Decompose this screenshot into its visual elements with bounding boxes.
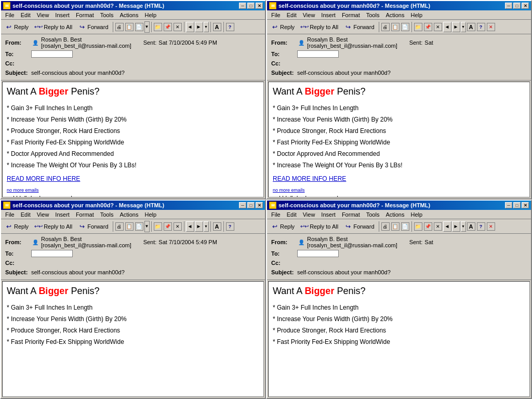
no-more-1[interactable]: no more emails bbox=[7, 188, 259, 193]
nav-dropdown-2[interactable]: ▼ bbox=[461, 22, 466, 32]
close-x-2[interactable]: ✕ bbox=[487, 23, 495, 31]
menu-tools-4[interactable]: Tools bbox=[363, 211, 383, 218]
prev-btn-2[interactable]: ◄ bbox=[443, 22, 451, 32]
menu-tools-1[interactable]: Tools bbox=[97, 11, 117, 19]
font-btn-1[interactable]: A bbox=[213, 23, 221, 31]
menu-actions-1[interactable]: Actions bbox=[116, 11, 141, 19]
prev-btn-3[interactable]: ◄ bbox=[186, 221, 194, 232]
menu-view-1[interactable]: View bbox=[34, 11, 52, 19]
delete-btn-2[interactable]: ✕ bbox=[434, 23, 442, 31]
menu-help-4[interactable]: Help bbox=[407, 211, 425, 218]
print-btn-1[interactable]: 🖨 bbox=[115, 23, 124, 31]
delete-btn-3[interactable]: ✕ bbox=[174, 222, 182, 231]
print-btn-4[interactable]: 🖨 bbox=[381, 222, 390, 231]
menu-view-2[interactable]: View bbox=[300, 11, 318, 19]
reply-all-button-3[interactable]: Reply to All bbox=[32, 221, 75, 232]
reply-button-3[interactable]: Reply bbox=[2, 221, 31, 232]
menu-edit-4[interactable]: Edit bbox=[284, 211, 300, 218]
menu-insert-1[interactable]: Insert bbox=[52, 11, 73, 19]
close-x-4[interactable]: ✕ bbox=[487, 222, 495, 231]
prev-btn-1[interactable]: ◄ bbox=[186, 22, 194, 32]
minimize-btn-4[interactable]: ─ bbox=[505, 202, 512, 208]
print-btn-3[interactable]: 🖨 bbox=[115, 222, 124, 231]
next-btn-3[interactable]: ► bbox=[195, 221, 203, 232]
maximize-btn-4[interactable]: □ bbox=[513, 202, 521, 208]
prev-btn-4[interactable]: ◄ bbox=[443, 221, 451, 232]
close-btn-2[interactable]: ✕ bbox=[522, 3, 529, 9]
reply-all-button-1[interactable]: Reply to All bbox=[32, 21, 75, 33]
forward-button-3[interactable]: Forward bbox=[75, 221, 111, 232]
menu-tools-2[interactable]: Tools bbox=[363, 11, 383, 19]
nav-dropdown-4[interactable]: ▼ bbox=[461, 221, 466, 232]
reply-button-2[interactable]: Reply bbox=[268, 21, 297, 33]
flag-btn-1[interactable]: 📌 bbox=[164, 23, 172, 31]
delete-btn-4[interactable]: ✕ bbox=[434, 222, 442, 231]
read-more-1[interactable]: READ MORE INFO HERE bbox=[7, 175, 259, 182]
close-btn-1[interactable]: ✕ bbox=[256, 3, 263, 9]
paste-btn-1[interactable]: 📄 bbox=[135, 23, 143, 31]
forward-button-2[interactable]: Forward bbox=[341, 21, 377, 33]
move-btn-1[interactable]: 📁 bbox=[154, 23, 162, 31]
help-btn-3[interactable]: ? bbox=[226, 222, 234, 231]
forward-button-4[interactable]: Forward bbox=[341, 221, 377, 232]
flag-btn-4[interactable]: 📌 bbox=[424, 222, 432, 231]
menu-edit-1[interactable]: Edit bbox=[18, 11, 34, 19]
paste-btn-2[interactable]: 📄 bbox=[401, 23, 409, 31]
font-btn-2[interactable]: A bbox=[467, 23, 475, 31]
maximize-btn-1[interactable]: □ bbox=[247, 3, 255, 9]
font-btn-3[interactable]: A bbox=[213, 222, 221, 231]
menu-tools-3[interactable]: Tools bbox=[97, 211, 117, 218]
flag-btn-2[interactable]: 📌 bbox=[424, 23, 432, 31]
paste-btn-3[interactable]: 📄 bbox=[135, 222, 143, 231]
menu-file-2[interactable]: File bbox=[268, 11, 284, 19]
flag-btn-3[interactable]: 📌 bbox=[164, 222, 172, 231]
read-more-2[interactable]: READ MORE INFO HERE bbox=[273, 175, 525, 182]
close-btn-4[interactable]: ✕ bbox=[522, 202, 529, 208]
print-btn-2[interactable]: 🖨 bbox=[381, 23, 390, 31]
minimize-btn-1[interactable]: ─ bbox=[239, 3, 246, 9]
dropdown-btn-1a[interactable]: ▼ bbox=[144, 21, 150, 33]
menu-format-2[interactable]: Format bbox=[339, 11, 363, 19]
menu-insert-2[interactable]: Insert bbox=[318, 11, 339, 19]
maximize-btn-2[interactable]: □ bbox=[513, 3, 521, 9]
menu-format-1[interactable]: Format bbox=[73, 11, 97, 19]
next-btn-1[interactable]: ► bbox=[195, 22, 203, 32]
help-btn-1[interactable]: ? bbox=[226, 23, 234, 31]
copy-btn-3[interactable]: 📋 bbox=[125, 222, 134, 231]
minimize-btn-3[interactable]: ─ bbox=[239, 202, 246, 208]
paste-btn-4[interactable]: 📄 bbox=[401, 222, 409, 231]
copy-btn-2[interactable]: 📋 bbox=[391, 23, 400, 31]
menu-help-2[interactable]: Help bbox=[407, 11, 425, 19]
font-btn-4[interactable]: A bbox=[467, 222, 475, 231]
nav-dropdown-1[interactable]: ▼ bbox=[204, 22, 209, 32]
menu-edit-2[interactable]: Edit bbox=[284, 11, 300, 19]
copy-btn-4[interactable]: 📋 bbox=[391, 222, 400, 231]
menu-actions-3[interactable]: Actions bbox=[116, 211, 141, 218]
move-btn-4[interactable]: 📁 bbox=[414, 222, 422, 231]
reply-all-button-2[interactable]: Reply to All bbox=[298, 21, 341, 33]
menu-view-3[interactable]: View bbox=[34, 211, 52, 218]
move-btn-2[interactable]: 📁 bbox=[414, 23, 422, 31]
help-btn-2[interactable]: ? bbox=[477, 23, 485, 31]
reply-button-1[interactable]: Reply bbox=[2, 21, 31, 33]
menu-file-4[interactable]: File bbox=[268, 211, 284, 218]
menu-help-1[interactable]: Help bbox=[141, 11, 159, 19]
menu-view-4[interactable]: View bbox=[300, 211, 318, 218]
menu-help-3[interactable]: Help bbox=[141, 211, 159, 218]
menu-format-3[interactable]: Format bbox=[73, 211, 97, 218]
menu-format-4[interactable]: Format bbox=[339, 211, 363, 218]
forward-button-1[interactable]: Forward bbox=[75, 21, 111, 33]
delete-btn-1[interactable]: ✕ bbox=[174, 23, 182, 31]
no-more-2[interactable]: no more emails bbox=[273, 188, 525, 193]
close-btn-3[interactable]: ✕ bbox=[256, 202, 263, 208]
minimize-btn-2[interactable]: ─ bbox=[505, 3, 512, 9]
reply-all-button-4[interactable]: Reply to All bbox=[298, 221, 341, 232]
menu-insert-3[interactable]: Insert bbox=[52, 211, 73, 218]
maximize-btn-3[interactable]: □ bbox=[247, 202, 255, 208]
next-btn-2[interactable]: ► bbox=[452, 22, 460, 32]
copy-btn-1[interactable]: 📋 bbox=[125, 23, 134, 31]
dropdown-btn-3a[interactable]: ▼ bbox=[144, 221, 150, 232]
nav-dropdown-3[interactable]: ▼ bbox=[204, 221, 209, 232]
menu-actions-4[interactable]: Actions bbox=[382, 211, 407, 218]
menu-file-3[interactable]: File bbox=[2, 211, 18, 218]
